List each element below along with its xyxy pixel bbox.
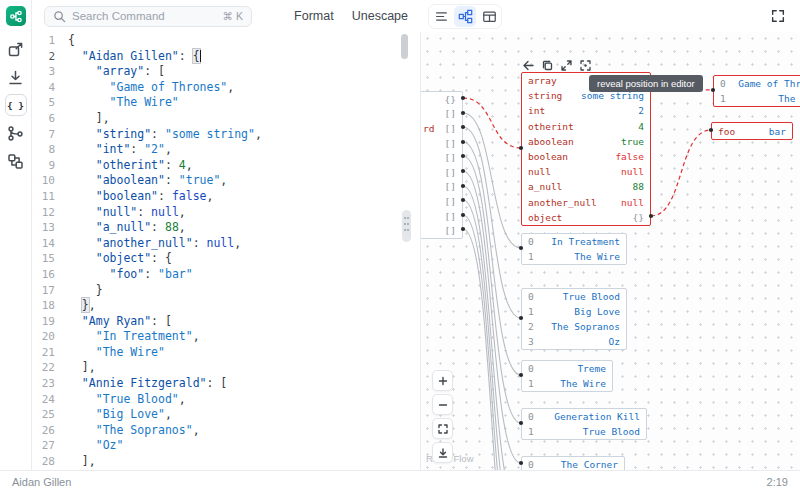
code-line-7[interactable]: 7 "string": "some string", [32,127,420,143]
line-number: 11 [32,189,68,205]
code-token: , [255,127,262,141]
code-line-16[interactable]: 16 "foo": "bar" [32,267,420,283]
app-logo[interactable] [6,6,26,26]
graph-node-list-4[interactable]: 0Generation Kill1True Blood [521,408,647,440]
code-line-12[interactable]: 12 "null": null, [32,205,420,221]
panel-resize-handle[interactable] [402,210,411,242]
copy-icon [541,59,554,72]
compare-view-button[interactable] [5,150,27,172]
unescape-button[interactable]: Unescape [352,9,408,23]
fullscreen-button[interactable] [770,8,786,24]
code-line-3[interactable]: 3 "array": [ [32,64,420,80]
node-row: [] [420,223,462,238]
code-line-9[interactable]: 9 "otherint": 4, [32,158,420,174]
code-line-18[interactable]: 18 }, [32,298,420,314]
code-line-28[interactable]: 28 ], [32,454,420,470]
focus-icon [579,59,592,72]
graph-node-list-3[interactable]: 0Treme1The Wire [521,360,613,392]
line-number: 6 [32,111,68,127]
json-editor-button[interactable]: { } [5,94,27,116]
graph-node-list-1[interactable]: 0In Treatment1The Wire [521,233,627,265]
download-image-button[interactable] [432,442,453,463]
code-line-19[interactable]: 19 "Amy Ryan": [ [32,314,420,330]
code-token: , [234,236,241,250]
code-token: "Amy Ryan" [82,314,151,328]
list-view-button[interactable] [430,6,452,27]
code-line-13[interactable]: 13 "a_null": 88, [32,220,420,236]
download-icon [7,69,24,86]
zoom-in-button[interactable] [432,370,453,391]
export-image-button[interactable] [5,66,27,88]
graph-canvas[interactable]: {}[]rd[][][][][][][][]array[]stringsome … [420,32,800,470]
line-number: 14 [32,236,68,252]
code-line-4[interactable]: 4 "Game of Thrones", [32,80,420,96]
code-text: "foo": "bar" [68,267,193,283]
code-token: "a_null" [96,220,151,234]
code-line-23[interactable]: 23 "Annie Fitzgerald": [ [32,376,420,392]
code-line-25[interactable]: 25 "Big Love", [32,407,420,423]
flow-view-button[interactable] [454,6,476,27]
header-actions: Format Unescape [294,9,408,23]
table-view-button[interactable] [478,6,500,27]
node-row: nullnull [522,164,650,179]
code-line-20[interactable]: 20 "In Treatment", [32,329,420,345]
braces-icon: { } [7,100,24,111]
code-token [68,189,96,203]
search-input[interactable] [72,10,217,22]
code-token: , [179,220,186,234]
node-row: foobar [712,123,792,139]
arrow-left-icon [522,59,535,72]
code-text: "Oz" [68,438,123,454]
code-line-26[interactable]: 26 "The Sopranos", [32,423,420,439]
code-line-21[interactable]: 21 "The Wire" [32,345,420,361]
code-token: { [68,33,75,47]
header-left: ⌘ K Format Unescape [32,6,420,27]
graph-node-array-items[interactable]: 0Game of Thrones1The Wire [713,75,800,107]
graph-node-list-5[interactable]: 0The Corner [521,456,625,470]
fit-view-button[interactable] [432,418,453,439]
back-button[interactable] [521,58,536,73]
code-line-17[interactable]: 17 } [32,283,420,299]
format-button[interactable]: Format [294,9,334,23]
code-text: { [68,33,75,49]
code-line-10[interactable]: 10 "aboolean": "true", [32,173,420,189]
code-token: "The Sopranos" [96,423,193,437]
focus-node-button[interactable] [578,58,593,73]
code-text: "another_null": null, [68,236,241,252]
graph-node-list-2[interactable]: 0True Blood1Big Love2The Sopranos3Oz [521,288,627,350]
code-line-22[interactable]: 22 ], [32,360,420,376]
code-token [68,220,96,234]
code-line-11[interactable]: 11 "boolean": false, [32,189,420,205]
code-token [68,158,96,172]
code-line-2[interactable]: 2 "Aidan Gillen": { [32,49,420,65]
code-line-15[interactable]: 15 "object": { [32,251,420,267]
branch-view-button[interactable] [5,122,27,144]
fit-view-icon [437,423,449,435]
graph-node-foo-object[interactable]: foobar [711,122,793,140]
code-token: : [130,142,144,156]
command-search[interactable]: ⌘ K [44,6,252,27]
graph-node-root-clipped[interactable]: {}[]rd[][][][][][][][] [420,91,463,239]
node-cell: [] [445,211,456,222]
node-row: object{} [522,210,650,225]
code-line-27[interactable]: 27 "Oz" [32,438,420,454]
code-line-24[interactable]: 24 "True Blood", [32,392,420,408]
code-line-8[interactable]: 8 "int": "2", [32,142,420,158]
expand-node-button[interactable] [559,58,574,73]
editor-scrollbar-thumb[interactable] [401,34,408,59]
code-line-6[interactable]: 6 ], [32,111,420,127]
code-token: "2" [144,142,165,156]
code-editor[interactable]: 1{2 "Aidan Gillen": {3 "array": [4 "Game… [32,32,420,470]
copy-button[interactable] [540,58,555,73]
code-line-1[interactable]: 1{ [32,33,420,49]
code-token [68,283,96,297]
import-button[interactable] [5,38,27,60]
zoom-out-button[interactable] [432,394,453,415]
node-row: 0The Corner [522,457,624,470]
code-token: "True Blood" [96,392,179,406]
code-token: } [82,298,89,312]
code-line-14[interactable]: 14 "another_null": null, [32,236,420,252]
search-shortcut: ⌘ K [223,10,243,22]
graph-node-selected-object[interactable]: array[]stringsome stringint2otherint4abo… [521,72,651,226]
code-line-5[interactable]: 5 "The Wire" [32,95,420,111]
